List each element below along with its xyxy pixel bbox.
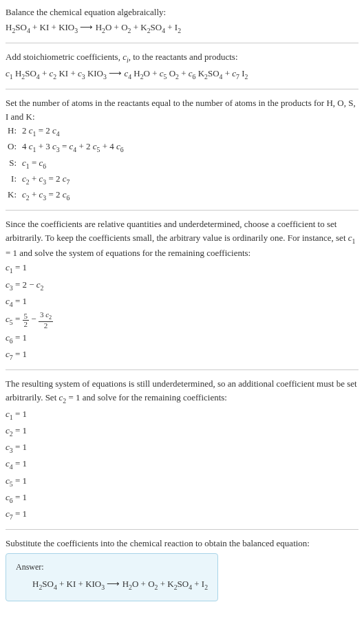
coef-row: c3 = 1 (6, 440, 358, 455)
coef-row: c3 = 2 − c2 (6, 278, 358, 293)
divider (6, 529, 358, 530)
coef-row: c4 = 1 (6, 457, 358, 472)
coef-row-c5: c5 = 52 − 3 c22 (6, 311, 358, 330)
step3-title: Set the number of atoms in the reactants… (6, 96, 358, 123)
step4-section: Since the coefficients are relative quan… (6, 217, 358, 363)
atom-row-O: O: 4 c1 + 3 c3 = c4 + 2 c5 + 4 c6 (6, 140, 358, 155)
divider (6, 210, 358, 211)
coef-row: c1 = 1 (6, 261, 358, 276)
divider (6, 43, 358, 43)
divider (6, 89, 358, 89)
atom-row-H: H: 2 c1 = 2 c4 (6, 124, 358, 139)
step2-title: Add stoichiometric coefficients, ci, to … (6, 50, 358, 65)
divider (6, 369, 358, 370)
step3-section: Set the number of atoms in the reactants… (6, 96, 358, 203)
intro-title: Balance the chemical equation algebraica… (6, 6, 358, 19)
step5-title: The resulting system of equations is sti… (6, 377, 358, 406)
answer-box: Answer: H2SO4 + KI + KIO3 ⟶ H2O + O2 + K… (6, 553, 218, 601)
intro-section: Balance the chemical equation algebraica… (6, 6, 358, 36)
answer-equation: H2SO4 + KI + KIO3 ⟶ H2O + O2 + K2SO4 + I… (16, 577, 208, 592)
coef-row: c1 = 1 (6, 407, 358, 422)
coef-row: c7 = 1 (6, 507, 358, 522)
step2-section: Add stoichiometric coefficients, ci, to … (6, 50, 358, 82)
atom-row-K: K: c2 + c3 = 2 c6 (6, 188, 358, 203)
step6-section: Substitute the coefficients into the che… (6, 537, 358, 601)
step6-title: Substitute the coefficients into the che… (6, 537, 358, 550)
step4-title: Since the coefficients are relative quan… (6, 217, 358, 259)
intro-equation: H2SO4 + KI + KIO3 ⟶ H2O + O2 + K2SO4 + I… (6, 21, 358, 36)
coef-row: c4 = 1 (6, 294, 358, 310)
atom-row-S: S: c1 = c6 (6, 156, 358, 171)
atom-row-I: I: c2 + c3 = 2 c7 (6, 172, 358, 187)
coef-row: c2 = 1 (6, 424, 358, 439)
answer-label: Answer: (16, 561, 208, 573)
step5-section: The resulting system of equations is sti… (6, 377, 358, 522)
coef-row: c6 = 1 (6, 491, 358, 506)
coef-row: c7 = 1 (6, 347, 358, 363)
coef-row: c5 = 1 (6, 474, 358, 489)
coef-row: c6 = 1 (6, 331, 358, 346)
step2-equation: c1 H2SO4 + c2 KI + c3 KIO3 ⟶ c4 H2O + c5… (6, 67, 358, 82)
